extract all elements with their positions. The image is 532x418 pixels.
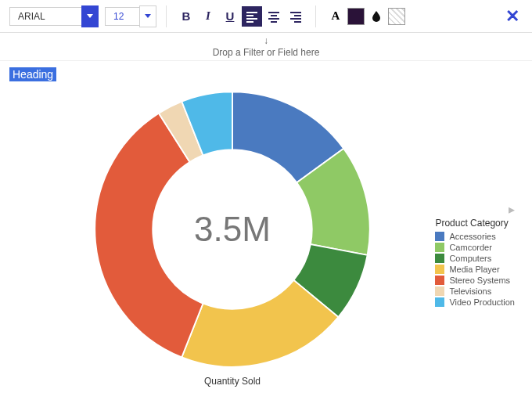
font-controls: ARIAL 12 xyxy=(6,5,160,27)
legend-item[interactable]: Media Player xyxy=(435,265,515,274)
pattern-swatch[interactable] xyxy=(388,8,405,25)
align-left-button[interactable] xyxy=(242,6,262,27)
legend-expand-icon[interactable]: ▸ xyxy=(509,202,515,217)
legend-label: Stereo Systems xyxy=(449,276,510,285)
align-right-icon xyxy=(289,10,302,23)
legend-label: Video Production xyxy=(449,297,515,307)
align-center-icon xyxy=(268,10,280,23)
chart-canvas: Heading 3.5M Quantity Sold ▸ Product Cat… xyxy=(0,61,532,393)
align-right-button[interactable] xyxy=(286,6,306,27)
legend: Product Category AccessoriesCamcorderCom… xyxy=(435,218,515,308)
font-family-select[interactable]: ARIAL xyxy=(9,5,99,27)
legend-item[interactable]: Video Production xyxy=(435,297,515,307)
fill-color-button[interactable] xyxy=(366,6,386,27)
legend-swatch xyxy=(435,265,444,274)
legend-label: Televisions xyxy=(449,286,491,296)
legend-item[interactable]: Computers xyxy=(435,254,515,263)
legend-swatch xyxy=(435,254,444,263)
font-color-button[interactable]: A xyxy=(325,6,346,27)
legend-swatch xyxy=(435,232,444,241)
filter-drop-hint: Drop a Filter or Field here xyxy=(213,47,320,58)
down-arrow-icon: ↓ xyxy=(264,35,268,46)
font-size-select[interactable]: 12 xyxy=(100,5,156,27)
legend-swatch xyxy=(435,243,444,252)
legend-item[interactable]: Stereo Systems xyxy=(435,276,515,285)
legend-label: Camcorder xyxy=(449,243,491,252)
donut-chart: 3.5M xyxy=(88,85,377,374)
align-left-icon xyxy=(246,10,258,23)
chart-area: 3.5M Quantity Sold ▸ Product Category Ac… xyxy=(9,85,523,387)
italic-button[interactable]: I xyxy=(198,6,218,27)
legend-title: Product Category xyxy=(435,218,515,229)
close-button[interactable]: ✕ xyxy=(505,6,519,27)
legend-label: Accessories xyxy=(449,232,495,241)
droplet-icon xyxy=(370,10,383,23)
color-controls: A xyxy=(322,6,408,27)
font-family-dropdown-icon[interactable] xyxy=(81,5,99,27)
formatting-toolbar: ARIAL 12 B I U A ✕ xyxy=(0,0,532,33)
legend-swatch xyxy=(435,276,444,285)
text-style-controls: B I U xyxy=(173,6,309,27)
underline-button[interactable]: U xyxy=(220,6,240,27)
legend-swatch xyxy=(435,297,444,307)
legend-item[interactable]: Camcorder xyxy=(435,243,515,252)
divider xyxy=(166,5,167,27)
chart-x-label: Quantity Sold xyxy=(88,376,377,387)
align-center-button[interactable] xyxy=(264,6,284,27)
font-size-dropdown-icon[interactable] xyxy=(139,5,156,27)
divider xyxy=(315,5,316,27)
legend-label: Computers xyxy=(449,254,491,263)
donut-center-value: 3.5M xyxy=(194,210,271,249)
background-color-swatch[interactable] xyxy=(347,8,365,25)
filter-drop-zone[interactable]: ↓ Drop a Filter or Field here xyxy=(0,33,532,61)
font-family-value: ARIAL xyxy=(9,7,81,26)
legend-item[interactable]: Accessories xyxy=(435,232,515,241)
legend-item[interactable]: Televisions xyxy=(435,286,515,296)
font-size-value: 12 xyxy=(105,7,139,26)
legend-swatch xyxy=(435,286,444,296)
legend-label: Media Player xyxy=(449,265,499,274)
heading-chip[interactable]: Heading xyxy=(9,67,56,81)
bold-button[interactable]: B xyxy=(176,6,196,27)
